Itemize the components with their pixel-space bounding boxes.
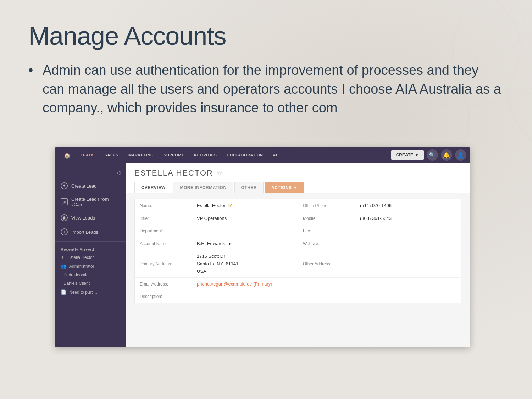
fax-label: Fax:	[298, 225, 355, 237]
detail-row-email: Email Address: phone.vegan@example.de (P…	[135, 278, 461, 290]
create-lead-icon: +	[61, 182, 68, 189]
recent-item-estella[interactable]: ✦ Estella Hector	[55, 253, 126, 262]
other-address-label: Other Address:	[298, 250, 355, 277]
estella-icon: ✦	[61, 255, 65, 260]
empty-value-3	[355, 290, 461, 303]
description-label: Description:	[135, 290, 192, 303]
office-phone-label: Office Phone:	[298, 199, 355, 212]
create-lead-vcard-icon: ⊞	[61, 198, 68, 205]
name-label: Name:	[135, 199, 192, 212]
view-leads-icon: ◉	[61, 214, 68, 221]
administrator-icon: 👥	[61, 264, 66, 269]
office-phone-value: (511) 070-1406	[355, 199, 461, 212]
email-label: Email Address:	[135, 278, 192, 290]
empty-value-2	[355, 278, 461, 290]
sidebar-item-create-lead[interactable]: + Create Lead	[55, 179, 126, 193]
detail-row-title-mobile: Title: VP Operations Mobile: (303) 361-5…	[135, 212, 461, 225]
mobile-label: Mobile:	[298, 212, 355, 225]
nav-actions: CREATE ▼ 🔍 🔔 👤	[391, 149, 466, 161]
description-value	[192, 290, 298, 303]
other-address-value	[355, 250, 461, 277]
tab-other[interactable]: OTHER	[234, 182, 264, 193]
crm-body: ◁ + Create Lead ⊞ Create Lead From vCard…	[55, 163, 470, 347]
fax-value	[355, 225, 461, 237]
empty-label-3	[298, 290, 355, 303]
detail-row-addresses: Primary Address: 1715 Scott Dr Santa Fe …	[135, 250, 461, 278]
empty-label-2	[298, 278, 355, 290]
primary-address-value: 1715 Scott Dr Santa Fe NY 61141 USA	[192, 250, 298, 277]
nav-item-activities[interactable]: ACTIVITIES	[189, 147, 222, 163]
website-value	[355, 237, 461, 250]
detail-row-account-website: Account Name: B.H. Edwards Inc Website:	[135, 237, 461, 250]
recent-item-note[interactable]: 📄 Need to purc...	[55, 288, 126, 297]
recent-item-administrator[interactable]: 👥 Administrator	[55, 262, 126, 271]
crm-overlay: 🏠 LEADS SALES MARKETING SUPPORT ACTIVITI…	[55, 147, 470, 347]
sidebar-item-create-lead-vcard[interactable]: ⊞ Create Lead From vCard	[55, 193, 126, 211]
sidebar-divider	[55, 241, 126, 242]
search-icon-button[interactable]: 🔍	[427, 149, 438, 161]
nav-item-all[interactable]: ALL	[268, 147, 286, 163]
note-icon: 📄	[61, 289, 66, 295]
name-edit-icons: 📝	[228, 204, 232, 207]
sidebar-item-import-leads[interactable]: ↓ Import Leads	[55, 225, 126, 239]
tab-actions[interactable]: ACTIONS ▼	[265, 182, 304, 193]
detail-row-description: Description:	[135, 290, 461, 303]
detail-section-main: Name: Estella Hector 📝 Office Phone: (51…	[134, 199, 461, 303]
website-label: Website:	[298, 237, 355, 250]
nav-item-collaboration[interactable]: COLLABORATION	[222, 147, 268, 163]
sidebar: ◁ + Create Lead ⊞ Create Lead From vCard…	[55, 163, 126, 347]
favorite-star-icon[interactable]: ☆	[217, 169, 223, 177]
recently-viewed-title: Recently Viewed	[55, 244, 126, 253]
name-value: Estella Hector 📝	[192, 199, 298, 212]
detail-panel: Name: Estella Hector 📝 Office Phone: (51…	[126, 193, 470, 313]
nav-item-support[interactable]: SUPPORT	[159, 147, 189, 163]
nav-item-sales[interactable]: SALES	[100, 147, 123, 163]
mobile-value: (303) 361-5043	[355, 212, 461, 225]
home-button[interactable]: 🏠	[59, 147, 76, 163]
primary-address-label: Primary Address:	[135, 250, 192, 277]
record-title: ESTELLA HECTOR ☆	[134, 168, 461, 178]
nav-item-marketing[interactable]: MARKETING	[123, 147, 159, 163]
import-leads-icon: ↓	[61, 228, 68, 235]
tab-overview[interactable]: OVERVIEW	[134, 182, 172, 193]
tab-more-information[interactable]: MORE INFORMATION	[173, 182, 233, 193]
account-name-label: Account Name:	[135, 237, 192, 250]
nav-item-leads[interactable]: LEADS	[76, 147, 100, 163]
department-value	[192, 225, 298, 237]
record-tabs: OVERVIEW MORE INFORMATION OTHER ACTIONS …	[134, 182, 461, 193]
create-button[interactable]: CREATE ▼	[391, 150, 424, 160]
department-label: Department:	[135, 225, 192, 237]
user-icon-button[interactable]: 👤	[455, 149, 466, 161]
record-header: ESTELLA HECTOR ☆ OVERVIEW MORE INFORMATI…	[126, 163, 470, 193]
notifications-icon-button[interactable]: 🔔	[441, 149, 452, 161]
detail-row-name-phone: Name: Estella Hector 📝 Office Phone: (51…	[135, 199, 461, 212]
detail-row-dept-fax: Department: Fax:	[135, 225, 461, 237]
sidebar-item-view-leads[interactable]: ◉ View Leads	[55, 211, 126, 225]
title-value: VP Operations	[192, 212, 298, 225]
title-label: Title:	[135, 212, 192, 225]
main-content: ESTELLA HECTOR ☆ OVERVIEW MORE INFORMATI…	[126, 163, 470, 347]
account-name-value: B.H. Edwards Inc	[192, 237, 298, 250]
slide-title: Manage Accounts	[28, 21, 226, 50]
email-value[interactable]: phone.vegan@example.de (Primary)	[192, 278, 298, 290]
nav-bar: 🏠 LEADS SALES MARKETING SUPPORT ACTIVITI…	[55, 147, 470, 163]
slide-bullet-1: Admin can use authentication for the imp…	[28, 61, 504, 118]
recent-item-daniels-client[interactable]: Daniels Client	[55, 279, 126, 288]
recent-item-pedrojoomla[interactable]: PedroJoomla	[55, 271, 126, 279]
sidebar-collapse-button[interactable]: ◁	[55, 166, 126, 179]
